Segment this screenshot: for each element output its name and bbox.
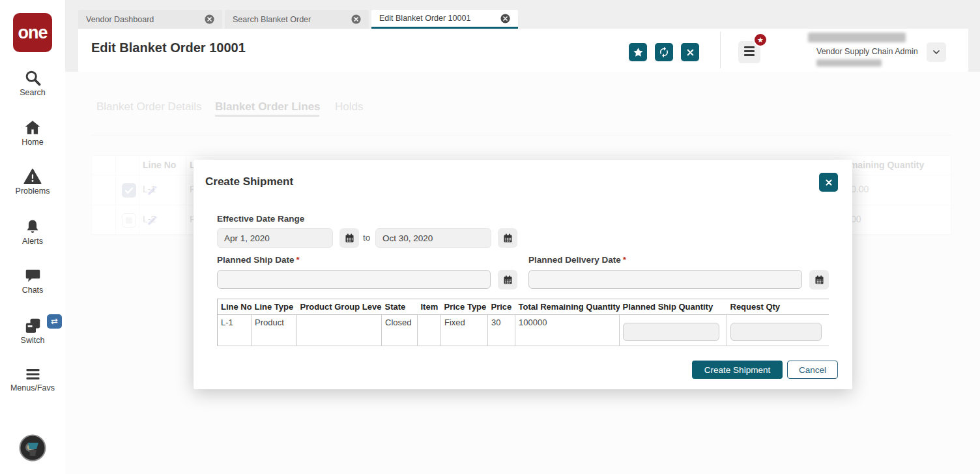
close-icon: [824, 178, 833, 187]
close-icon: [685, 48, 695, 57]
redacted-user-org: [816, 59, 882, 67]
user-role-label: Vendor Supply Chain Admin: [816, 47, 918, 56]
bell-icon: [24, 218, 41, 235]
cancel-button[interactable]: Cancel: [787, 361, 838, 379]
calendar-icon: [502, 274, 513, 286]
tab-close-icon[interactable]: [351, 14, 361, 24]
calendar-button[interactable]: [339, 228, 359, 248]
calendar-button[interactable]: [498, 228, 517, 248]
cell-item: [418, 315, 441, 346]
star-icon: [633, 47, 644, 58]
planned-ship-date-label: Planned Ship Date*: [217, 255, 300, 265]
favorites-badge: ★: [753, 33, 768, 47]
cell-request-qty: [727, 315, 829, 346]
calendar-icon: [814, 274, 825, 286]
sidebar: one Search Home Problems: [0, 0, 65, 474]
sidebar-item-search[interactable]: Search: [0, 69, 65, 97]
sidebar-item-home[interactable]: Home: [0, 119, 65, 147]
cell-planned-ship-quantity: [620, 315, 727, 346]
sidebar-item-chats[interactable]: Chats: [0, 267, 65, 295]
modal-close-button[interactable]: [819, 173, 838, 192]
cell-product-group-level: [297, 315, 382, 346]
close-page-button[interactable]: [681, 43, 699, 61]
warning-icon: [23, 168, 42, 185]
calendar-button[interactable]: [498, 270, 517, 289]
table-row: L-1 Product Closed Fixed 30 100000: [218, 315, 829, 346]
col-price-type: Price Type: [441, 299, 488, 315]
sidebar-item-alerts[interactable]: Alerts: [0, 218, 65, 246]
app-logo[interactable]: one: [13, 13, 52, 52]
col-request-qty: Request Qty: [727, 299, 829, 315]
effective-date-from-input[interactable]: [217, 228, 333, 248]
switch-icon: [24, 317, 42, 334]
effective-date-range-label: Effective Date Range: [217, 214, 304, 224]
cell-price-type: Fixed: [441, 315, 488, 346]
cell-total-remaining-quantity: 100000: [515, 315, 620, 346]
col-planned-ship-quantity: Planned Ship Quantity: [620, 299, 727, 315]
user-menu-button[interactable]: [927, 42, 946, 62]
refresh-button[interactable]: [655, 43, 673, 61]
create-shipment-modal: Create Shipment Effective Date Range to: [194, 160, 852, 389]
calendar-button[interactable]: [809, 270, 829, 289]
tab-close-icon[interactable]: [205, 14, 214, 24]
calendar-icon: [502, 233, 513, 244]
col-total-remaining-quantity: Total Remaining Quantity: [515, 299, 620, 315]
create-shipment-button[interactable]: Create Shipment: [692, 361, 783, 379]
home-icon: [23, 119, 42, 136]
refresh-icon: [658, 46, 670, 58]
planned-delivery-date-label: Planned Delivery Date*: [528, 255, 626, 265]
col-line-type: Line Type: [252, 299, 297, 315]
header-divider: [720, 32, 721, 68]
request-qty-input[interactable]: [730, 323, 822, 341]
app-screen: Blanket Order Details Blanket Order Line…: [0, 0, 980, 474]
planned-ship-quantity-input[interactable]: [623, 323, 719, 341]
cell-line-type: Product: [252, 315, 297, 346]
required-marker: *: [623, 255, 626, 265]
col-price: Price: [488, 299, 515, 315]
swap-arrows-icon: ⇄: [47, 314, 62, 329]
page-header: Edit Blanket Order 10001 ★ Vendor Supply…: [78, 29, 968, 72]
date-range-separator: to: [363, 233, 370, 243]
cell-price: 30: [488, 315, 515, 346]
favorite-button[interactable]: [629, 43, 647, 61]
effective-date-to-input[interactable]: [375, 228, 491, 248]
required-marker: *: [296, 255, 300, 265]
menu-icon: [24, 366, 42, 382]
calendar-icon: [344, 233, 355, 244]
table-header-row: Line No Line Type Product Group Level St…: [218, 299, 829, 315]
tab-vendor-dashboard[interactable]: Vendor Dashboard: [78, 10, 222, 29]
assistant-avatar[interactable]: [19, 434, 46, 462]
cell-state: Closed: [382, 315, 418, 346]
chevron-down-icon: [931, 47, 942, 57]
col-line-no: Line No: [218, 299, 252, 315]
cell-line-no: L-1: [218, 315, 252, 346]
tab-close-icon[interactable]: [500, 14, 510, 23]
tab-search-blanket-order[interactable]: Search Blanket Order: [225, 10, 369, 29]
chat-icon: [24, 267, 42, 284]
tab-edit-blanket-order[interactable]: Edit Blanket Order 10001: [371, 10, 518, 29]
col-product-group-level: Product Group Level: [297, 299, 382, 315]
shipment-lines-table: Line No Line Type Product Group Level St…: [217, 299, 829, 346]
search-icon: [24, 69, 42, 87]
redacted-user-name: [808, 33, 906, 42]
planned-ship-date-input[interactable]: [217, 270, 491, 289]
robot-avatar-icon: [19, 434, 46, 462]
sidebar-item-problems[interactable]: Problems: [0, 168, 65, 196]
col-state: State: [382, 299, 418, 315]
sidebar-item-switch[interactable]: ⇄ Switch: [0, 317, 65, 345]
planned-delivery-date-input[interactable]: [528, 270, 802, 289]
col-item: Item: [418, 299, 441, 315]
modal-title: Create Shipment: [205, 175, 293, 188]
sidebar-item-menus-favs[interactable]: Menus/Favs: [0, 366, 65, 393]
page-title: Edit Blanket Order 10001: [91, 40, 246, 55]
tab-strip: Vendor Dashboard Search Blanket Order Ed…: [65, 0, 980, 29]
